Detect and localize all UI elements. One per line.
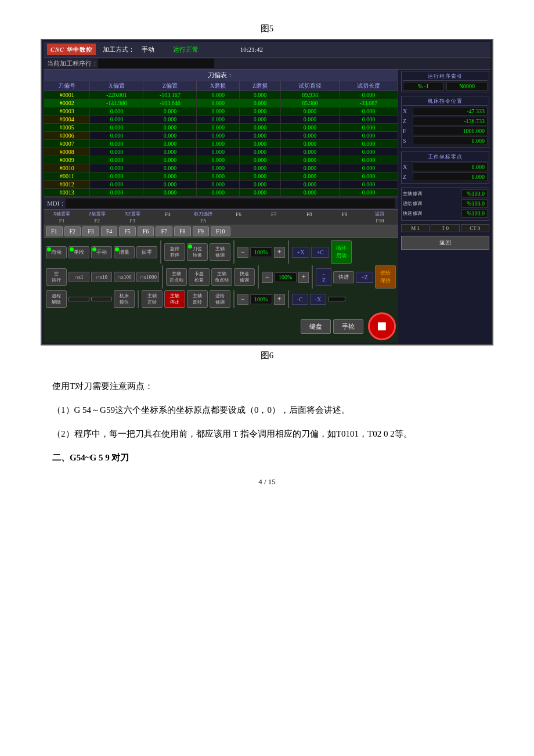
fkey2-btn-1[interactable]: F1	[46, 226, 63, 236]
fkey2-btn-9[interactable]: F9	[193, 226, 210, 236]
x-wear-cell: 0.000	[197, 107, 240, 116]
ctrl-row1: 自动 单段 手动 增量 回零 急停	[46, 240, 396, 264]
fkey2-btn-8[interactable]: F8	[174, 226, 191, 236]
ctrl-btn-spindle-rev[interactable]: 主轴负点动	[211, 268, 232, 286]
return-btn[interactable]: 返回	[401, 236, 489, 250]
axis-xminus[interactable]: -X	[310, 294, 327, 305]
table-row[interactable]: #0012 0.000 0.000 0.000 0.000 0.000 0.00…	[44, 181, 398, 189]
ctrl-btn-dry-run[interactable]: 空运行	[46, 268, 67, 286]
keyboard-btn[interactable]: 键盘	[301, 319, 331, 334]
ctrl-btn-cycle-start[interactable]: 循环启动	[331, 240, 352, 264]
fkey1-item-10[interactable]: 返回F10	[363, 211, 397, 224]
estop-btn[interactable]: ⏹	[368, 312, 396, 340]
x-offset-cell: 0.000	[90, 132, 143, 140]
ctrl-btn-overtravel[interactable]: 超程解除	[46, 290, 67, 308]
feed-plus1[interactable]: +	[274, 247, 285, 258]
fkey2-btn-3[interactable]: F3	[82, 226, 99, 236]
axis-fast[interactable]: 快进	[333, 271, 354, 283]
fkey1-item-6[interactable]: F6	[221, 211, 255, 224]
right-x-val: -47.333	[413, 107, 488, 116]
feed-minus2[interactable]: −	[262, 272, 273, 283]
tool-num-cell: #0001	[44, 91, 90, 99]
ctrl-btn-tool-change[interactable]: 刀位转换	[187, 243, 208, 261]
x-offset-cell: 0.000	[90, 189, 143, 197]
axis-xplus[interactable]: +X	[292, 247, 310, 258]
table-row[interactable]: #0007 0.000 0.000 0.000 0.000 0.000 0.00…	[44, 140, 398, 148]
fkey1-item-8[interactable]: F8	[292, 211, 326, 224]
x-offset-cell: 0.000	[90, 172, 143, 181]
note1: （1）G 54～G59这六个坐标系的坐标原点都要设成（0，0），后面将会讲述。	[35, 402, 499, 418]
mdi-input[interactable]	[66, 199, 395, 208]
table-row[interactable]: #0004 0.000 0.000 0.000 0.000 0.000 0.00…	[44, 116, 398, 124]
feed-plus2[interactable]: +	[298, 272, 309, 283]
right-feed-val: %100.0	[461, 199, 488, 208]
fkey1-item-5[interactable]: 标刀选择F5	[186, 211, 221, 224]
table-row[interactable]: #0003 0.000 0.000 0.000 0.000 0.000 0.00…	[44, 107, 398, 116]
cnc-time: 10:21:42	[240, 46, 263, 53]
col-tool-num: 刀偏号	[44, 81, 90, 91]
ctrl-btn-spindle-stop[interactable]: 主轴停止	[164, 290, 185, 308]
fkey1-item-7[interactable]: F7	[257, 211, 291, 224]
table-row[interactable]: #0006 0.000 0.000 0.000 0.000 0.000 0.00…	[44, 132, 398, 140]
trial-diam-cell: 0.000	[281, 148, 340, 156]
axis-zminus[interactable]: -Z	[316, 268, 331, 286]
fkey1-item-2[interactable]: Z轴置零F2	[80, 211, 114, 224]
ctrl-btn-single[interactable]: 单段	[68, 246, 89, 258]
trial-len-cell: 0.000	[339, 107, 398, 116]
fkey2-btn-7[interactable]: F7	[156, 226, 172, 236]
ctrl-btn-spindle-ccw[interactable]: 主轴反转	[187, 290, 208, 308]
axis-cplus[interactable]: +C	[311, 247, 329, 258]
ctrl-btn-x1[interactable]: ∩x1	[68, 272, 89, 282]
ctrl-btn-x100[interactable]: ∩x100	[114, 272, 135, 282]
z-offset-cell: -103.646	[143, 99, 197, 107]
led1	[68, 297, 89, 301]
table-row[interactable]: #0008 0.000 0.000 0.000 0.000 0.000 0.00…	[44, 148, 398, 156]
x-wear-cell: 0.000	[197, 156, 240, 164]
ctrl-btn-estop[interactable]: 急停开停	[164, 243, 185, 261]
feed-minus3[interactable]: −	[237, 294, 248, 305]
feed-minus1[interactable]: −	[237, 247, 248, 258]
fkey1-item-1[interactable]: X轴置零F1	[45, 211, 79, 224]
table-row[interactable]: #0009 0.000 0.000 0.000 0.000 0.000 0.00…	[44, 156, 398, 164]
fkey1-item-9[interactable]: F9	[327, 211, 362, 224]
table-row[interactable]: #0005 0.000 0.000 0.000 0.000 0.000 0.00…	[44, 124, 398, 132]
ctrl-btn-chuck[interactable]: 卡盘松紧	[189, 268, 210, 286]
table-row[interactable]: #0010 0.000 0.000 0.000 0.000 0.000 0.00…	[44, 164, 398, 172]
ctrl-btn-feed-hold[interactable]: 进给保持	[375, 265, 396, 289]
fkey2-btn-10[interactable]: F10	[211, 226, 230, 236]
right-s-label: S	[403, 138, 411, 144]
table-row[interactable]: #0011 0.000 0.000 0.000 0.000 0.000 0.00…	[44, 172, 398, 181]
fkey1-item-4[interactable]: F4	[151, 211, 185, 224]
trial-diam-cell: 0.000	[281, 156, 340, 164]
ctrl-btn-auto[interactable]: 自动	[46, 246, 67, 258]
ctrl-btn-home[interactable]: 回零	[136, 246, 157, 258]
feed-plus3[interactable]: +	[274, 294, 285, 305]
z-wear-cell: 0.000	[239, 107, 280, 116]
fkey2-btn-5[interactable]: F5	[119, 226, 136, 236]
table-row[interactable]: #0013 0.000 0.000 0.000 0.000 0.000 0.00…	[44, 189, 398, 197]
z-offset-cell: 0.000	[143, 116, 197, 124]
trial-diam-cell: 0.000	[281, 140, 340, 148]
axis-cminus[interactable]: -C	[292, 294, 308, 305]
ctrl-btn-spindle-cw[interactable]: 主轴正转	[142, 290, 163, 308]
table-row[interactable]: #0002 -141.980 -103.646 0.000 0.000 85.9…	[44, 99, 398, 107]
ctrl-row2: 空运行 ∩x1 ∩x10 ∩x100 ∩x1000 主轴正点动 卡盘松紧 主轴负…	[46, 265, 396, 289]
fkey2-btn-2[interactable]: F2	[64, 226, 81, 236]
ctrl-btn-x1000[interactable]: ∩x1000	[136, 272, 159, 282]
handwheel-btn[interactable]: 手轮	[333, 319, 363, 334]
axis-zplus[interactable]: +Z	[356, 272, 373, 283]
ctrl-btn-spindle-adj[interactable]: 主轴修调	[210, 243, 230, 261]
fkey2-btn-6[interactable]: F6	[138, 226, 154, 236]
fkey1-item-3[interactable]: XZ置零F3	[116, 211, 150, 224]
trial-len-cell: 0.000	[339, 91, 398, 99]
ctrl-btn-feed-adj[interactable]: 进给修调	[210, 290, 230, 308]
ctrl-btn-lock[interactable]: 机床锁住	[114, 290, 135, 308]
ctrl-btn-manual[interactable]: 手动	[91, 246, 112, 258]
ctrl-btn-rapid-adj[interactable]: 快速修调	[234, 268, 255, 286]
ctrl-btn-incr[interactable]: 增量	[114, 246, 135, 258]
ctrl-btn-x10[interactable]: ∩x10	[91, 272, 112, 282]
right-machine-title: 机床指令位置	[403, 98, 488, 106]
table-row[interactable]: #0001 -220.001 -103.167 0.000 0.000 89.9…	[44, 91, 398, 99]
ctrl-btn-spindle-fwd[interactable]: 主轴正点动	[166, 268, 187, 286]
fkey2-btn-4[interactable]: F4	[101, 226, 118, 236]
